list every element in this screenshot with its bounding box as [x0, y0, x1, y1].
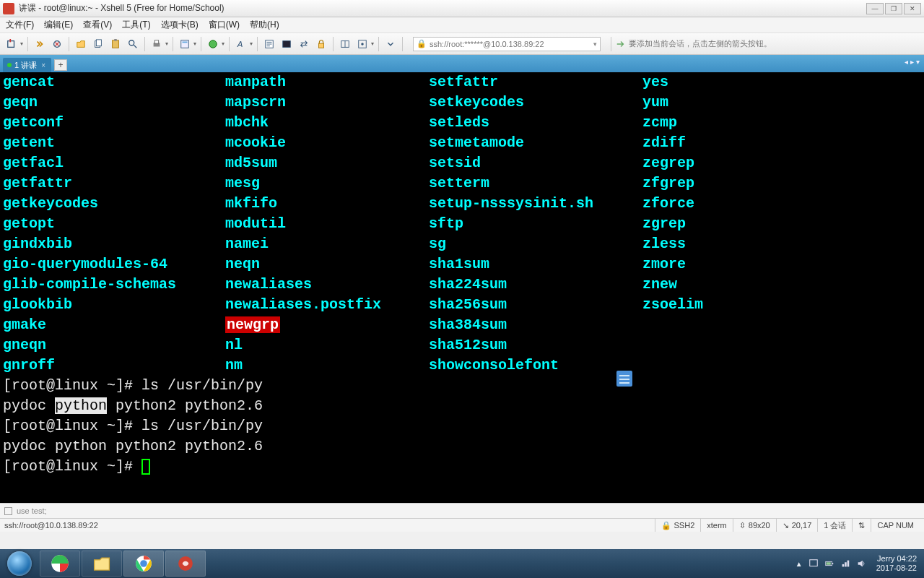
- menu-tabs[interactable]: 选项卡(B): [161, 19, 199, 31]
- tip-text: 要添加当前会话，点击左侧的箭头按钮。: [629, 38, 772, 49]
- taskbar-app[interactable]: [40, 551, 80, 577]
- svg-rect-5: [113, 40, 119, 48]
- maximize-button[interactable]: ❐: [885, 3, 902, 14]
- transfer-icon[interactable]: [297, 37, 311, 51]
- dropdown-icon[interactable]: ▾: [193, 40, 196, 47]
- tab-close-icon[interactable]: ×: [41, 61, 45, 69]
- svg-rect-10: [181, 40, 189, 48]
- compose-bar: use test;: [0, 503, 924, 519]
- compose-text[interactable]: use test;: [17, 506, 47, 515]
- status-bar: ssh://root@10.0.138.89:22 🔒SSH2 xterm ⇳ …: [0, 519, 924, 532]
- menu-help[interactable]: 帮助(H): [250, 19, 279, 31]
- svg-rect-4: [96, 39, 101, 46]
- status-sessions: 1 会话: [817, 519, 852, 532]
- close-button[interactable]: ✕: [904, 3, 921, 14]
- new-session-icon[interactable]: [4, 37, 19, 51]
- terminal-line: [root@linux ~]# ls /usr/bin/py: [3, 416, 921, 436]
- status-size: ⇳ 89x20: [733, 519, 776, 532]
- minimize-button[interactable]: —: [866, 3, 884, 14]
- svg-point-7: [129, 40, 134, 45]
- session-tab[interactable]: 1 讲课 ×: [3, 58, 51, 72]
- status-term-type: xterm: [700, 519, 733, 532]
- taskbar: ▲ Jerry 04:22 2017-08-22: [0, 549, 924, 578]
- font-icon[interactable]: A: [234, 37, 248, 51]
- open-icon[interactable]: [74, 37, 88, 51]
- address-text: ssh://root:******@10.0.138.89:22: [430, 40, 544, 48]
- status-cursor-pos: ↘ 20,17: [776, 519, 818, 532]
- menu-edit[interactable]: 编辑(E): [44, 19, 73, 31]
- print-icon[interactable]: [149, 37, 164, 51]
- dropdown-icon[interactable]: ▾: [250, 40, 253, 47]
- svg-text:A: A: [237, 40, 243, 48]
- svg-rect-1: [9, 39, 11, 42]
- status-capsnum: CAP NUM: [871, 519, 920, 532]
- copy-icon[interactable]: [91, 37, 105, 51]
- reconnect-icon[interactable]: [32, 37, 47, 51]
- tray-show-hidden-icon[interactable]: ▲: [796, 560, 803, 568]
- menu-bar: 文件(F) 编辑(E) 查看(V) 工具(T) 选项卡(B) 窗口(W) 帮助(…: [0, 17, 924, 33]
- svg-rect-27: [826, 562, 830, 565]
- tray-network-icon[interactable]: [840, 558, 850, 569]
- menu-window[interactable]: 窗口(W): [209, 19, 240, 31]
- svg-rect-30: [847, 561, 849, 567]
- svg-rect-15: [283, 40, 291, 47]
- terminal[interactable]: gencat geqn getconf getent getfacl getfa…: [0, 72, 924, 503]
- cursor: [141, 459, 150, 475]
- more-icon[interactable]: [383, 37, 398, 51]
- svg-point-22: [140, 560, 147, 567]
- text-widget-icon[interactable]: [616, 371, 632, 387]
- layout-icon[interactable]: [338, 37, 352, 51]
- svg-rect-24: [809, 560, 817, 566]
- status-updown-icon[interactable]: ⇅: [852, 519, 871, 532]
- tray-volume-icon[interactable]: [856, 558, 866, 569]
- taskbar-explorer[interactable]: [82, 551, 122, 577]
- status-protocol: 🔒SSH2: [655, 519, 701, 532]
- menu-tools[interactable]: 工具(T): [122, 19, 150, 31]
- terminal-prompt: [root@linux ~]#: [3, 457, 921, 477]
- svg-rect-6: [114, 39, 117, 41]
- address-bar[interactable]: 🔒 ssh://root:******@10.0.138.89:22 ▾: [413, 37, 601, 51]
- dropdown-icon[interactable]: ▾: [165, 40, 168, 47]
- compose-checkbox[interactable]: [4, 507, 12, 515]
- address-dropdown-icon[interactable]: ▾: [593, 40, 597, 48]
- tip-area: 要添加当前会话，点击左侧的箭头按钮。: [616, 38, 772, 49]
- window-buttons: — ❐ ✕: [866, 3, 921, 14]
- dropdown-icon[interactable]: ▾: [222, 40, 225, 47]
- svg-point-19: [361, 43, 364, 46]
- dropdown-icon[interactable]: ▾: [371, 40, 374, 47]
- taskbar-xshell[interactable]: [165, 551, 206, 577]
- title-bar: 讲课 - root@linux:~ - Xshell 5 (Free for H…: [0, 0, 924, 17]
- disconnect-icon[interactable]: [50, 37, 64, 51]
- tab-nav-arrows[interactable]: ◂ ▸ ▾: [905, 58, 920, 66]
- terminal-line: pydoc python python2 python2.6: [3, 436, 921, 457]
- svg-rect-29: [845, 562, 847, 566]
- taskbar-chrome[interactable]: [123, 551, 164, 577]
- svg-rect-28: [842, 564, 844, 567]
- find-icon[interactable]: [126, 37, 140, 51]
- svg-rect-11: [183, 41, 188, 43]
- status-connection: ssh://root@10.0.138.89:22: [4, 521, 655, 530]
- properties-icon[interactable]: [178, 37, 192, 51]
- toolbar: ▾ ▾ ▾ ▾ A▾ ▾ 🔒 ssh://root:******@10.0.13…: [0, 33, 924, 55]
- tray-action-center-icon[interactable]: [808, 558, 819, 569]
- dropdown-icon[interactable]: ▾: [20, 40, 23, 47]
- terminal-line: [root@linux ~]# ls /usr/bin/py: [3, 376, 921, 396]
- app-icon: [3, 3, 14, 14]
- tab-label: 1 讲课: [14, 60, 37, 71]
- terminal-icon[interactable]: [279, 37, 294, 51]
- menu-view[interactable]: 查看(V): [83, 19, 112, 31]
- system-tray: ▲ Jerry 04:22 2017-08-22: [796, 554, 924, 573]
- tray-clock[interactable]: Jerry 04:22 2017-08-22: [872, 554, 921, 573]
- tab-bar: 1 讲课 × + ◂ ▸ ▾: [0, 55, 924, 72]
- tray-battery-icon[interactable]: [824, 558, 834, 569]
- new-tab-button[interactable]: +: [54, 59, 67, 71]
- menu-file[interactable]: 文件(F): [6, 19, 34, 31]
- fullscreen-icon[interactable]: [355, 37, 370, 51]
- script-icon[interactable]: [262, 37, 276, 51]
- globe-icon[interactable]: [206, 37, 220, 51]
- start-button[interactable]: [0, 549, 39, 578]
- tab-status-icon: [7, 63, 12, 67]
- paste-icon[interactable]: [108, 37, 123, 51]
- add-session-arrow-icon[interactable]: [616, 39, 626, 49]
- lock-icon[interactable]: [314, 37, 328, 51]
